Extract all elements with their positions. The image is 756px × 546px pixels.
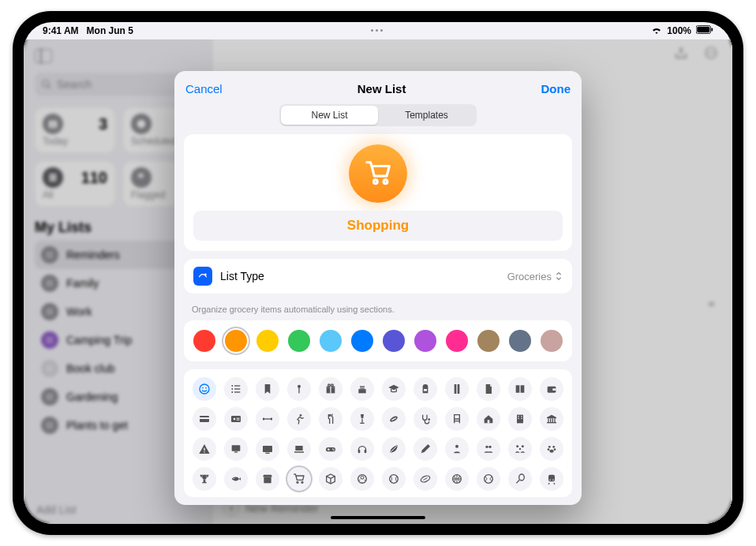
leaf-icon[interactable]	[382, 437, 406, 461]
face-icon[interactable]	[193, 377, 216, 401]
wallet-icon[interactable]	[540, 377, 563, 401]
card-icon[interactable]	[193, 407, 216, 431]
paw-icon[interactable]	[540, 437, 563, 461]
fish-icon[interactable]	[224, 467, 248, 491]
bookmark-icon[interactable]	[256, 377, 279, 401]
box-icon[interactable]	[256, 467, 279, 491]
svg-point-125	[548, 446, 551, 448]
svg-point-121	[488, 446, 491, 448]
modal-title: New List	[357, 82, 406, 95]
list-type-panel: List Type Groceries	[184, 259, 572, 294]
svg-point-55	[200, 384, 209, 394]
svg-rect-102	[552, 418, 553, 422]
color-swatch[interactable]	[288, 330, 310, 352]
cart-icon[interactable]	[287, 467, 311, 491]
grad-icon[interactable]	[382, 377, 406, 401]
svg-rect-98	[518, 418, 518, 419]
color-swatch[interactable]	[414, 330, 436, 352]
color-swatch[interactable]	[256, 330, 279, 352]
svg-rect-104	[547, 422, 556, 423]
cancel-button[interactable]: Cancel	[185, 82, 223, 95]
svg-point-122	[516, 445, 518, 447]
color-swatch[interactable]	[446, 330, 468, 352]
list-name-input[interactable]: Shopping	[193, 211, 563, 241]
doc-icon[interactable]	[477, 377, 500, 401]
soccer-icon[interactable]	[350, 467, 374, 491]
svg-rect-81	[231, 416, 241, 422]
svg-point-143	[549, 480, 551, 481]
football-icon[interactable]	[414, 467, 437, 491]
backpack-icon[interactable]	[414, 377, 437, 401]
home-indicator[interactable]	[331, 516, 425, 519]
package-icon[interactable]	[319, 467, 342, 491]
baseball-icon[interactable]	[382, 467, 406, 491]
svg-rect-78	[552, 388, 556, 391]
ruler-icon[interactable]	[445, 377, 469, 401]
segment-templates[interactable]: Templates	[378, 106, 475, 125]
pin-icon[interactable]	[287, 377, 311, 401]
svg-rect-97	[521, 416, 522, 417]
run-icon[interactable]	[287, 407, 311, 431]
pills-icon[interactable]	[382, 407, 406, 431]
svg-rect-87	[264, 418, 271, 419]
tv-icon[interactable]	[256, 437, 279, 461]
office-icon[interactable]	[508, 407, 532, 431]
museum-icon[interactable]	[540, 407, 563, 431]
svg-rect-107	[232, 445, 241, 451]
svg-point-58	[231, 385, 233, 387]
trophy-icon[interactable]	[193, 467, 216, 491]
id-icon[interactable]	[224, 407, 248, 431]
color-swatch[interactable]	[225, 330, 247, 352]
color-swatch[interactable]	[193, 330, 215, 352]
laptop-icon[interactable]	[287, 437, 311, 461]
svg-rect-73	[363, 386, 364, 388]
new-list-modal: Cancel New List Done New List Templates …	[174, 71, 582, 505]
svg-point-135	[390, 475, 399, 484]
segmented-control[interactable]: New List Templates	[279, 104, 477, 126]
bball-icon[interactable]	[445, 467, 469, 491]
done-button[interactable]: Done	[541, 82, 571, 95]
color-swatch[interactable]	[509, 330, 531, 352]
color-swatch[interactable]	[320, 330, 342, 352]
house-icon[interactable]	[477, 407, 500, 431]
color-swatch[interactable]	[351, 330, 373, 352]
svg-rect-62	[234, 388, 240, 389]
family-icon[interactable]	[508, 437, 532, 461]
color-swatch[interactable]	[541, 330, 563, 352]
svg-point-60	[231, 391, 233, 393]
people-icon[interactable]	[477, 437, 500, 461]
gift-icon[interactable]	[319, 377, 342, 401]
steth-icon[interactable]	[414, 407, 437, 431]
dumbbell-icon[interactable]	[256, 407, 279, 431]
wine-icon[interactable]	[350, 407, 374, 431]
pencil-icon[interactable]	[414, 437, 437, 461]
person-icon[interactable]	[445, 437, 469, 461]
book-icon[interactable]	[508, 377, 532, 401]
svg-point-123	[522, 445, 524, 447]
racket-icon[interactable]	[508, 467, 532, 491]
svg-rect-108	[234, 451, 238, 452]
svg-rect-99	[521, 418, 522, 419]
icon-picker	[184, 369, 572, 497]
gamepad-icon[interactable]	[319, 437, 342, 461]
hero-panel: Shopping	[184, 134, 572, 251]
cake-icon[interactable]	[350, 377, 374, 401]
display-icon[interactable]	[224, 437, 248, 461]
list-type-row[interactable]: List Type Groceries	[184, 259, 572, 294]
multitask-dots[interactable]	[371, 29, 385, 32]
fork-icon[interactable]	[319, 407, 342, 431]
headph-icon[interactable]	[350, 437, 374, 461]
svg-point-69	[328, 384, 331, 387]
tennis-icon[interactable]	[477, 467, 500, 491]
chair-icon[interactable]	[445, 407, 469, 431]
train-icon[interactable]	[540, 467, 563, 491]
svg-point-59	[231, 388, 233, 390]
segment-new-list[interactable]: New List	[281, 106, 378, 125]
color-swatch[interactable]	[383, 330, 405, 352]
svg-rect-131	[202, 482, 206, 483]
list-icon[interactable]	[224, 377, 248, 401]
svg-point-70	[331, 384, 334, 387]
svg-rect-116	[328, 448, 329, 451]
color-swatch[interactable]	[477, 330, 500, 352]
warn-icon[interactable]	[193, 437, 216, 461]
